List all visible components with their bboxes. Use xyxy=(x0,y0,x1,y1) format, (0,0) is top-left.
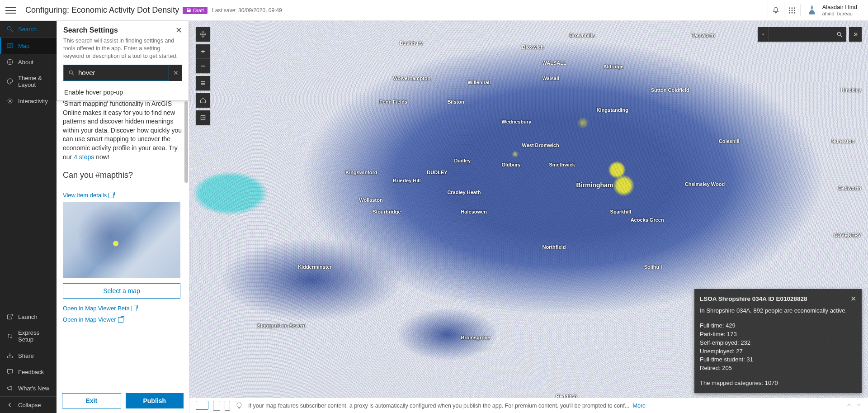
tablet-preview-icon[interactable] xyxy=(213,401,220,411)
svg-point-9 xyxy=(8,27,11,30)
nav-express-setup[interactable]: Express Setup xyxy=(0,325,57,347)
map-search-input[interactable] xyxy=(769,27,832,42)
map-tools xyxy=(196,27,210,125)
zoom-out-icon[interactable] xyxy=(196,59,210,73)
hamburger-menu-icon[interactable] xyxy=(5,5,16,16)
nav-collapse[interactable]: Collapse xyxy=(0,397,57,413)
home-icon[interactable] xyxy=(196,93,210,108)
popup-intro: In Shropshire 034A, 892 people are econo… xyxy=(700,307,856,315)
select-map-button[interactable]: Select a map xyxy=(63,283,180,299)
publish-button[interactable]: Publish xyxy=(126,393,184,408)
search-icon xyxy=(836,31,843,38)
tip-prev-icon[interactable] xyxy=(846,402,852,409)
map-subheading: Can you #mapthis? xyxy=(63,171,183,180)
chevron-left-icon xyxy=(6,401,14,408)
share-icon xyxy=(6,352,14,359)
avatar-icon xyxy=(806,4,818,16)
svg-line-19 xyxy=(840,35,842,37)
phone-preview-icon[interactable] xyxy=(225,401,230,411)
nav-search[interactable]: Search xyxy=(0,21,57,37)
left-nav: Search Map About Theme & Layout Interact… xyxy=(0,21,57,413)
config-side-panel: Search Settings ✕ This search will assis… xyxy=(57,21,189,413)
zoom-in-icon[interactable] xyxy=(196,44,210,59)
search-settings-input-wrap[interactable] xyxy=(63,65,169,81)
svg-point-15 xyxy=(69,71,72,74)
palette-icon xyxy=(6,78,14,85)
nav-theme-layout[interactable]: Theme & Layout xyxy=(0,70,57,93)
exit-button[interactable]: Exit xyxy=(62,393,121,408)
launch-icon xyxy=(6,313,14,320)
user-handle: ahind_bureau xyxy=(822,11,857,16)
map-search-button[interactable] xyxy=(832,27,846,42)
feedback-icon xyxy=(6,368,14,375)
popup-stats: Full-time: 429 Part-time: 173 Self-emplo… xyxy=(700,322,856,373)
footer-more-link[interactable]: More xyxy=(633,403,646,409)
search-suggestion-item[interactable]: Enable hover pop-up xyxy=(57,84,189,100)
nav-map[interactable]: Map xyxy=(0,38,57,54)
svg-point-2 xyxy=(794,7,795,9)
feature-popup: LSOA Shropshire 034A ID E01028828 ✕ In S… xyxy=(694,289,862,393)
panel-scrollbar[interactable] xyxy=(184,97,188,389)
user-menu[interactable]: Alasdair Hind ahind_bureau xyxy=(800,4,863,16)
nav-about[interactable]: About xyxy=(0,54,57,70)
view-item-details-link[interactable]: View item details xyxy=(63,192,114,199)
chevron-down-icon xyxy=(761,32,765,37)
map-search-bar xyxy=(758,27,846,42)
svg-point-18 xyxy=(837,32,840,35)
notifications-icon[interactable] xyxy=(768,2,784,19)
page-title: Configuring: Economic Activity Dot Densi… xyxy=(25,5,179,15)
chevron-right-double-icon xyxy=(852,31,859,38)
external-link-icon xyxy=(108,193,114,198)
search-icon xyxy=(6,25,14,33)
external-link-icon xyxy=(132,306,137,311)
svg-point-0 xyxy=(789,7,790,9)
search-settings-title: Search Settings xyxy=(63,26,118,34)
search-icon xyxy=(68,70,75,76)
svg-point-7 xyxy=(792,12,793,13)
search-settings-panel: Search Settings ✕ This search will assis… xyxy=(57,21,189,101)
map-canvas-area[interactable]: Birmingham Wolverhampton WALSALL Walsall… xyxy=(189,21,868,413)
basemap-icon[interactable] xyxy=(196,110,210,125)
megaphone-icon xyxy=(6,385,14,392)
svg-point-5 xyxy=(794,9,795,11)
popup-close-icon[interactable]: ✕ xyxy=(850,294,856,304)
nav-feedback[interactable]: Feedback xyxy=(0,364,57,380)
express-icon xyxy=(6,332,14,340)
steps-link[interactable]: 4 steps xyxy=(74,153,94,161)
desktop-preview-icon[interactable] xyxy=(196,401,208,410)
map-icon xyxy=(6,42,14,49)
svg-point-3 xyxy=(789,9,790,11)
footer-bar: If your map features subscriber content,… xyxy=(189,398,868,413)
legend-icon[interactable] xyxy=(196,76,210,90)
external-link-icon xyxy=(118,317,123,323)
nav-whats-new[interactable]: What's New xyxy=(0,380,57,396)
open-map-viewer-link[interactable]: Open in Map Viewer xyxy=(63,316,183,323)
search-source-dropdown[interactable] xyxy=(758,27,769,42)
save-icon xyxy=(186,8,191,13)
app-launcher-icon[interactable] xyxy=(784,2,800,19)
map-description: 'Smart mapping' functionality in ArcGIS … xyxy=(63,100,183,161)
svg-point-8 xyxy=(794,12,795,13)
app-header: Configuring: Economic Activity Dot Densi… xyxy=(0,0,868,21)
svg-point-4 xyxy=(792,9,793,11)
nav-share[interactable]: Share xyxy=(0,347,57,364)
nav-interactivity[interactable]: Interactivity xyxy=(0,93,57,109)
tip-bulb-icon xyxy=(236,402,243,409)
search-settings-description: This search will assist in finding setti… xyxy=(63,37,182,60)
search-suggestions: Enable hover pop-up xyxy=(57,84,189,100)
last-save-text: Last save: 30/09/2020, 09:49 xyxy=(212,7,282,14)
svg-point-6 xyxy=(789,12,790,13)
nav-launch[interactable]: Launch xyxy=(0,309,57,325)
open-map-viewer-beta-link[interactable]: Open in Map Viewer Beta xyxy=(63,305,183,312)
user-name: Alasdair Hind xyxy=(822,4,857,10)
search-settings-input[interactable] xyxy=(78,69,164,76)
draft-badge: Draft xyxy=(183,7,208,14)
expand-search-icon[interactable] xyxy=(849,27,862,42)
close-icon[interactable]: ✕ xyxy=(175,26,182,34)
move-tool-icon[interactable] xyxy=(196,27,210,42)
svg-line-16 xyxy=(72,73,74,75)
footer-tip-text: If your map features subscriber content,… xyxy=(248,403,841,409)
clear-search-icon[interactable]: ✕ xyxy=(169,65,182,81)
gear-icon xyxy=(6,97,14,104)
tip-next-icon[interactable] xyxy=(856,402,862,409)
